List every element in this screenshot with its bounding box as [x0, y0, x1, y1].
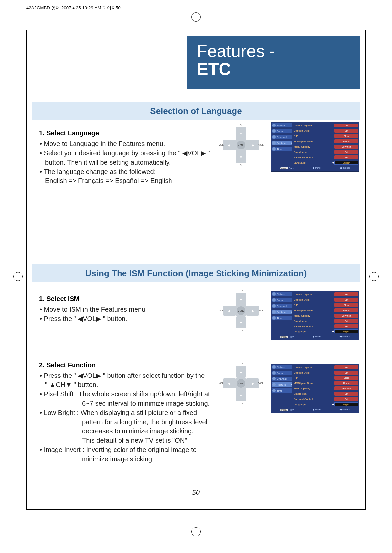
osd-category: Time [272, 388, 292, 393]
bullet: • Press the " ◀VOL▶ " button. [39, 314, 211, 323]
osd-item-name: Caption Style [294, 371, 310, 374]
dpad-right: ▶ [247, 306, 259, 316]
osd-menu: PictureSoundChannelFeature▶TimeClosed Ca… [271, 364, 359, 413]
osd-item: Closed CaptionSet [294, 292, 358, 297]
osd-item-value: Clear [334, 134, 358, 138]
osd-item-value: English◀▶ [334, 329, 358, 333]
osd-category-label: Sound [277, 372, 284, 375]
bullet-cont: This default of a new TV set is "ON" [39, 436, 224, 445]
step-title: 1. Select ISM [39, 294, 211, 303]
dpad-left: ◀ [223, 140, 235, 150]
page-frame: Features - ETC Selection of Language 1. … [26, 30, 366, 510]
osd-item-name: Closed Caption [294, 124, 312, 127]
remote-dpad: CH ▲ ▼ ◀ ▶ MENU CH VOL VOL [221, 125, 261, 165]
bullet-cont: 6~7 sec interval to minimize image stick… [39, 399, 224, 408]
bullet: • The language change as the followed: [39, 167, 211, 176]
osd-category: Channel [272, 304, 292, 308]
osd-item: MGDI plus DemoDemo [294, 308, 358, 313]
osd-item-value: English◀▶ [334, 161, 358, 165]
osd-item-value: Set [334, 324, 358, 328]
osd-item-name: PIP [294, 377, 298, 379]
osd-footer: MENU Prev.◆ Move◀▶ Select [271, 408, 359, 411]
osd-item-value: Set [334, 155, 358, 159]
osd-footer-btn: MENU [280, 409, 288, 411]
dpad-center: MENU [234, 303, 248, 318]
osd-item-name: MGDI plus Demo [294, 382, 314, 385]
osd-item-value: Set [334, 371, 358, 375]
osd-item-value: Very rich [334, 145, 358, 149]
osd-footer-btn: MENU [280, 167, 288, 169]
dpad-down: ▼ [236, 151, 246, 163]
category-icon [272, 316, 276, 320]
dpad-label-vol: VOL [219, 309, 224, 312]
osd-item-value: Set [334, 298, 358, 302]
bullet: • Image Invert : Inverting color of the … [39, 445, 224, 454]
bullet-cont: pattern for a long time, the brightness … [39, 417, 224, 427]
osd-category: Feature▶ [272, 141, 292, 145]
step-title: 1. Select Language [39, 128, 211, 138]
osd-item-name: Language [294, 330, 306, 333]
category-icon [272, 124, 276, 127]
section-header-language: Selection of Language [32, 102, 360, 120]
bullet-cont: English => Français => Español => Englis… [39, 176, 211, 185]
category-icon [272, 310, 276, 314]
osd-item-name: Parental Control [294, 325, 313, 328]
crop-mark-bottom [191, 527, 201, 546]
osd-menu: PictureSoundChannelFeature▶TimeClosed Ca… [271, 291, 359, 340]
osd-item-name: Menu Opacity [294, 314, 310, 317]
dpad-right: ▶ [247, 378, 259, 388]
osd-item: PIPClear [294, 134, 358, 138]
category-icon [272, 389, 276, 392]
osd-item-name: Caption Style [294, 129, 310, 132]
osd-item-value: Clear [334, 303, 358, 307]
osd-category-label: Sound [277, 130, 284, 133]
osd-category-label: Picture [277, 366, 285, 369]
osd-item: Menu OpacityVery rich [294, 313, 358, 318]
dpad-label-vol: VOL [219, 143, 224, 146]
category-icon [272, 377, 276, 380]
osd-footer-select: ◀▶ Select [339, 408, 350, 411]
osd-item: Parental ControlSet [294, 397, 358, 401]
osd-item-name: Smart Icon [294, 320, 307, 323]
osd-category: Sound [272, 298, 292, 302]
category-icon [272, 298, 276, 302]
osd-category-label: Picture [277, 293, 285, 296]
bullet: • Move to ISM in the Features menu [39, 305, 211, 314]
osd-category: Picture [272, 123, 292, 127]
dpad-label-vol: VOL [258, 309, 264, 312]
osd-category-label: Channel [277, 305, 287, 308]
dpad-label-vol: VOL [258, 382, 264, 385]
osd-category: Time [272, 147, 292, 151]
osd-item: MGDI plus DemoDemo [294, 139, 358, 144]
osd-category: Time [272, 316, 292, 320]
osd-item-name: PIP [294, 135, 298, 138]
category-icon [272, 365, 276, 369]
osd-item: MGDI plus DemoDemo [294, 381, 358, 385]
osd-item: LanguageEnglish◀▶ [294, 329, 358, 334]
osd-item-value: Set [334, 124, 358, 127]
step-select-function: 2. Select Function • Press the " ◀VOL▶ "… [39, 360, 224, 464]
osd-item-name: MGDI plus Demo [294, 309, 314, 312]
osd-item: Closed CaptionSet [294, 365, 358, 370]
osd-item-name: Closed Caption [294, 366, 312, 369]
osd-item-value: Set [334, 319, 358, 323]
dpad-center: MENU [234, 138, 248, 152]
osd-item: PIPClear [294, 303, 358, 307]
osd-item-name: Parental Control [294, 398, 313, 401]
remote-dpad: CH ▲ ▼ ◀ ▶ MENU CH VOL VOL [221, 364, 261, 403]
bullet-cont: decreases to minimize image sticking. [39, 427, 224, 436]
bullet-cont: minimize image sticking. [39, 454, 224, 464]
category-icon [272, 383, 276, 386]
osd-item: LanguageEnglish◀▶ [294, 402, 358, 407]
osd-category: Picture [272, 292, 292, 296]
osd-footer-btn: MENU [280, 336, 288, 338]
category-icon [272, 292, 276, 296]
dpad-left: ◀ [223, 378, 235, 388]
osd-item-name: MGDI plus Demo [294, 140, 314, 143]
dpad-label-vol: VOL [258, 143, 264, 146]
dpad-label-ch: CH [240, 124, 244, 126]
osd-item-value: Very rich [334, 386, 358, 390]
dpad-down: ▼ [236, 389, 246, 401]
osd-item-value: Demo [334, 381, 358, 385]
osd-footer: MENU Prev.◆ Move◀▶ Select [271, 167, 359, 169]
